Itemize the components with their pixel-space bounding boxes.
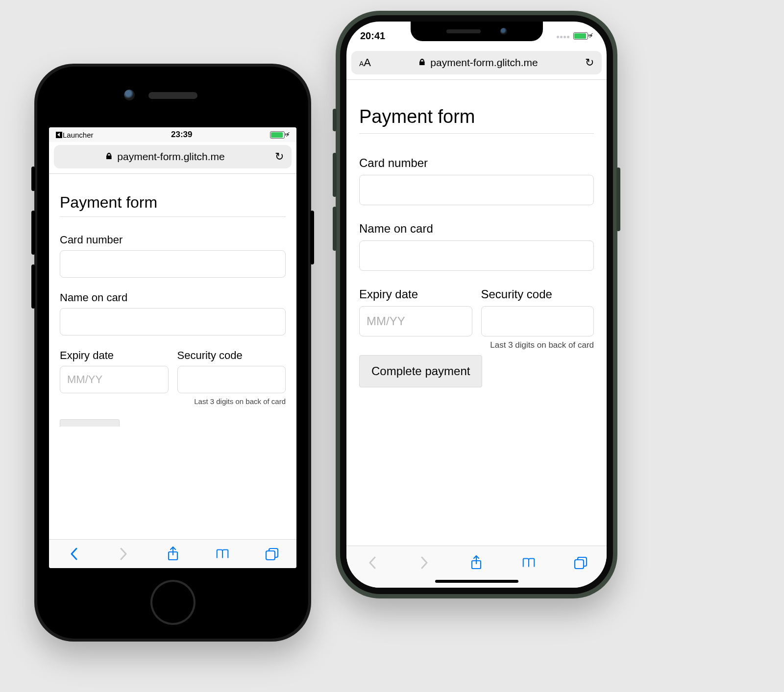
bookmarks-button[interactable] [215,547,230,561]
home-button[interactable] [150,580,196,625]
reload-button[interactable]: ↻ [585,56,594,69]
expiry-input[interactable] [60,366,169,393]
status-time: 23:39 [171,130,192,140]
screen: 20:41 ⚡︎ AA 🔒︎ payment-form.glitch.me ↻ [346,22,607,588]
volume-down-button [333,207,337,251]
address-bar[interactable]: 🔒︎ payment-form.glitch.me ↻ [54,145,292,168]
title-rule [359,133,594,134]
address-bar-host: payment-form.glitch.me [430,57,538,69]
address-bar-host: payment-form.glitch.me [117,151,224,163]
title-rule [60,216,286,217]
expiry-label: Expiry date [359,287,472,301]
share-button[interactable] [166,547,180,561]
battery-indicator: ⚡︎ [573,32,593,40]
screen: Launcher 23:39 ⚡︎ 🔒︎ payment-form.glitch… [49,127,296,568]
status-time: 20:41 [360,30,385,42]
security-code-hint: Last 3 digits on back of card [481,340,594,350]
nav-back-button[interactable] [365,555,380,570]
expiry-cvc-row: Expiry date Security code Last 3 digits … [359,287,594,350]
lock-icon: 🔒︎ [418,58,426,68]
earpiece-speaker [148,92,197,99]
name-on-card-label: Name on card [60,291,286,304]
expiry-field: Expiry date [359,287,472,350]
bookmarks-button[interactable] [521,555,536,570]
card-number-input[interactable] [359,175,594,205]
charging-icon: ⚡︎ [589,32,593,39]
svg-rect-4 [266,551,275,560]
volume-down-button [31,264,35,309]
nav-forward-button[interactable] [417,555,432,570]
nav-forward-button[interactable] [116,547,131,561]
card-number-label: Card number [60,234,286,246]
name-on-card-input[interactable] [60,308,286,335]
address-bar[interactable]: AA 🔒︎ payment-form.glitch.me ↻ [351,51,602,74]
power-button [310,211,314,264]
page-content: Payment form Card number Name on card Ex… [49,174,296,539]
back-to-app-label: Launcher [63,131,94,139]
back-to-app-icon [56,132,62,138]
security-code-input[interactable] [481,306,594,336]
security-code-field: Security code Last 3 digits on back of c… [177,349,286,406]
front-camera [500,28,507,35]
card-number-label: Card number [359,156,594,170]
svg-rect-9 [575,560,584,569]
security-code-label: Security code [177,349,286,362]
mute-switch [31,167,35,191]
tabs-button[interactable] [265,547,279,561]
security-code-hint: Last 3 digits on back of card [177,397,286,406]
name-on-card-field: Name on card [60,291,286,335]
signal-dots-icon [557,31,570,41]
front-camera [124,90,135,100]
complete-payment-button[interactable]: Complete payment [359,355,482,387]
back-to-app[interactable]: Launcher [56,131,94,139]
volume-up-button [333,153,337,197]
security-code-label: Security code [481,287,594,301]
display-notch [411,22,543,41]
tabs-button[interactable] [573,555,588,570]
expiry-cvc-row: Expiry date Security code Last 3 digits … [60,349,286,406]
lock-icon: 🔒︎ [105,152,113,162]
card-number-field: Card number [60,234,286,278]
reader-aa-button[interactable]: AA [359,56,371,69]
submit-button-peek[interactable] [60,419,120,427]
name-on-card-field: Name on card [359,222,594,271]
nav-back-button[interactable] [67,547,81,561]
card-number-input[interactable] [60,250,286,278]
expiry-input[interactable] [359,306,472,336]
name-on-card-input[interactable] [359,240,594,271]
iphone11-device: 20:41 ⚡︎ AA 🔒︎ payment-form.glitch.me ↻ [336,11,617,598]
status-bar: Launcher 23:39 ⚡︎ [49,127,296,142]
page-content: Payment form Card number Name on card Ex… [346,80,607,546]
expiry-label: Expiry date [60,349,169,362]
security-code-field: Security code Last 3 digits on back of c… [481,287,594,350]
home-indicator[interactable] [435,580,518,583]
battery-indicator: ⚡︎ [270,131,290,139]
power-button [616,167,620,231]
stage: Launcher 23:39 ⚡︎ 🔒︎ payment-form.glitch… [0,0,784,692]
reload-button[interactable]: ↻ [275,150,284,163]
mute-switch [333,109,337,131]
page-title: Payment form [60,193,286,212]
earpiece-speaker [446,29,481,33]
name-on-card-label: Name on card [359,222,594,236]
share-button[interactable] [469,555,484,570]
security-code-input[interactable] [177,366,286,393]
iphone8-device: Launcher 23:39 ⚡︎ 🔒︎ payment-form.glitch… [34,64,311,642]
volume-up-button [31,211,35,255]
charging-icon: ⚡︎ [286,131,290,138]
safari-toolbar [49,539,296,568]
card-number-field: Card number [359,156,594,205]
expiry-field: Expiry date [60,349,169,406]
page-title: Payment form [359,106,594,127]
